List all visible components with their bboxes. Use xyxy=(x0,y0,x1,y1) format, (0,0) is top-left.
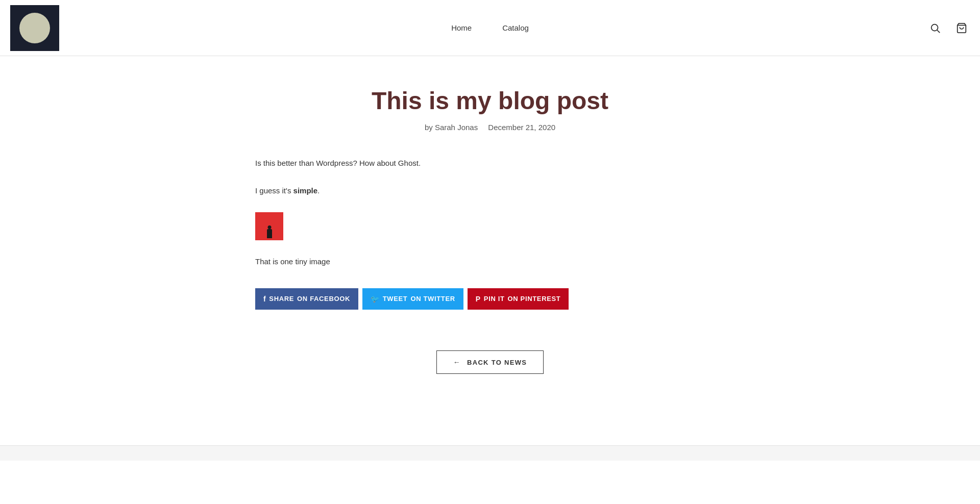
share-pinterest-button[interactable]: P PIN IT ON PINTEREST xyxy=(468,288,569,310)
facebook-icon: f xyxy=(263,293,266,305)
share-pinterest-sublabel: ON PINTEREST xyxy=(508,294,561,305)
back-to-news-button[interactable]: ← BACK TO NEWS xyxy=(436,350,544,374)
post-date: December 21, 2020 xyxy=(488,123,555,132)
share-pinterest-label: PIN IT xyxy=(484,294,505,305)
share-twitter-label: TWEET xyxy=(383,294,408,305)
site-header: Home Catalog xyxy=(0,0,980,56)
nav-catalog[interactable]: Catalog xyxy=(502,23,529,32)
post-paragraph-2: I guess it's simple. xyxy=(255,185,725,197)
post-caption: That is one tiny image xyxy=(255,256,725,268)
share-facebook-label: SHARE xyxy=(269,294,294,305)
logo[interactable] xyxy=(10,5,59,51)
logo-circle xyxy=(19,13,50,43)
share-twitter-sublabel: ON TWITTER xyxy=(410,294,455,305)
search-button[interactable] xyxy=(927,20,943,36)
search-icon xyxy=(929,22,941,34)
post-body: Is this better than Wordpress? How about… xyxy=(255,157,725,310)
back-section: ← BACK TO NEWS xyxy=(255,350,725,374)
post-author: by Sarah Jonas xyxy=(425,123,478,132)
cart-icon xyxy=(956,22,967,34)
svg-line-1 xyxy=(937,30,940,33)
share-twitter-button[interactable]: 🐦 TWEET ON TWITTER xyxy=(362,288,463,310)
svg-point-0 xyxy=(932,24,938,31)
header-icons xyxy=(927,20,970,36)
paragraph2-prefix: I guess it's xyxy=(255,186,293,195)
main-content: This is my blog post by Sarah Jonas Dece… xyxy=(245,56,735,445)
post-paragraph-1: Is this better than Wordpress? How about… xyxy=(255,157,725,169)
post-image xyxy=(255,212,283,240)
share-facebook-button[interactable]: f SHARE ON FACEBOOK xyxy=(255,288,358,310)
post-title: This is my blog post xyxy=(255,87,725,115)
site-footer xyxy=(0,445,980,461)
pinterest-icon: P xyxy=(476,293,481,305)
cart-button[interactable] xyxy=(953,20,970,36)
share-facebook-sublabel: ON FACEBOOK xyxy=(297,294,350,305)
twitter-icon: 🐦 xyxy=(371,293,380,305)
post-image-container xyxy=(255,212,725,240)
back-to-news-label: BACK TO NEWS xyxy=(467,359,527,366)
main-nav: Home Catalog xyxy=(451,23,529,32)
back-arrow-icon: ← xyxy=(453,358,461,366)
nav-home[interactable]: Home xyxy=(451,23,472,32)
share-buttons: f SHARE ON FACEBOOK 🐦 TWEET ON TWITTER P… xyxy=(255,288,725,310)
paragraph2-bold: simple xyxy=(293,186,318,195)
paragraph2-suffix: . xyxy=(317,186,320,195)
post-meta: by Sarah Jonas December 21, 2020 xyxy=(255,123,725,132)
